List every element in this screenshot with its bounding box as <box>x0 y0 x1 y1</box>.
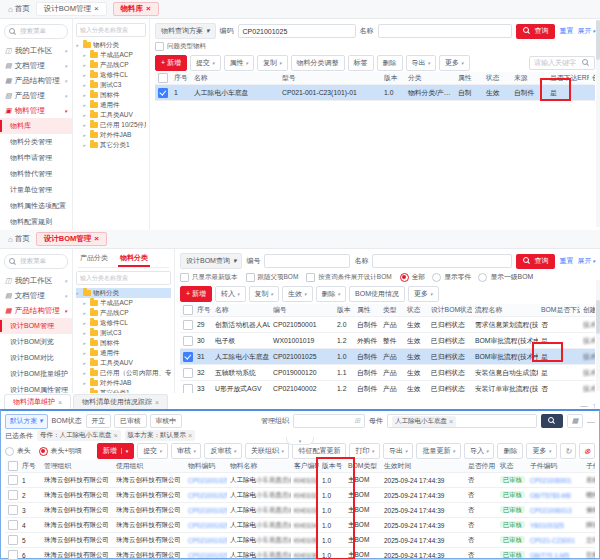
table-row[interactable]: 3珠海云创科技有限公司珠海云创科技有限公司CP021001025.03人工除电小… <box>5 503 595 518</box>
tree-tab[interactable]: 物料分类 <box>118 253 150 267</box>
select-all-checkbox[interactable] <box>183 305 193 315</box>
toolbar-button[interactable]: + 新增 <box>155 55 187 71</box>
sidebar-item[interactable]: ◫我的工作区▾ <box>0 43 72 58</box>
scrollbar[interactable] <box>596 20 600 227</box>
sidebar-search[interactable]: 搜索菜单 <box>4 24 68 39</box>
toolbar-button[interactable]: 提交▾ <box>190 55 221 71</box>
toolbar-button[interactable]: 生效▾ <box>282 286 313 302</box>
toolbar-button[interactable]: 导入▾ <box>464 443 495 459</box>
minimize-icon[interactable]: — <box>581 402 588 409</box>
expander-icon[interactable]: ▸ <box>83 350 88 356</box>
expander-icon[interactable]: ▸ <box>83 82 88 88</box>
table-quick-search[interactable]: 请输入关键字 <box>529 56 595 70</box>
search-button[interactable] <box>541 414 563 428</box>
name-input[interactable] <box>378 24 513 38</box>
status-filter-chip[interactable]: 审核中 <box>150 414 182 428</box>
table-row[interactable]: 4珠海云创科技有限公司珠海云创科技有限公司CP021001025.04人工除电小… <box>5 518 595 533</box>
toolbar-button[interactable]: 更多▾ <box>408 286 439 302</box>
expander-icon[interactable]: ▸ <box>83 340 88 346</box>
toolbar-button[interactable]: 批量更新▾ <box>416 443 461 459</box>
tree-tab[interactable]: 产品分类 <box>78 253 110 267</box>
checkbox-option[interactable]: 问题类型物料 <box>155 42 206 51</box>
advanced-filter-button[interactable]: ▦ <box>567 414 583 428</box>
cancel-button[interactable]: ⊗ <box>579 443 595 459</box>
toolbar-button[interactable]: 提交▾ <box>137 443 168 459</box>
expander-icon[interactable]: ▸ <box>83 62 88 68</box>
row-checkbox[interactable] <box>8 550 18 559</box>
tree-item[interactable]: ▸已停用 10/25停用库 <box>76 120 146 130</box>
org-input[interactable]: ⊞ <box>293 414 365 428</box>
toolbar-button[interactable]: 删除 <box>497 443 523 459</box>
link[interactable]: CP021001025.02 <box>188 492 227 499</box>
document-tab[interactable]: 物料清单使用情况跟踪× <box>73 394 168 409</box>
row-checkbox[interactable] <box>183 352 193 362</box>
sidebar-subitem[interactable]: 计量单位管理 <box>0 182 72 198</box>
search-button[interactable]: 查询 <box>516 24 555 39</box>
expander-icon[interactable]: ▸ <box>83 370 88 376</box>
toolbar-button[interactable]: BOM使用情况 <box>349 286 405 302</box>
toolbar-button[interactable]: 更多▾ <box>526 443 557 459</box>
scrollbar-thumb[interactable] <box>596 20 600 60</box>
sidebar-subitem[interactable]: 物料分类管理 <box>0 134 72 150</box>
close-icon[interactable]: × <box>155 399 159 406</box>
table-row[interactable]: 6珠海云创科技有限公司珠海云创科技有限公司CP021001025.06人工除电小… <box>5 548 595 559</box>
document-tab[interactable]: 物料清单维护× <box>4 394 71 409</box>
toolbar-button[interactable]: 关联组织▾ <box>245 443 290 459</box>
expander-icon[interactable]: ▸ <box>83 142 88 148</box>
expander-icon[interactable]: ▸ <box>83 92 88 98</box>
tree-root[interactable]: ▸ 物料分类 <box>76 40 146 50</box>
sidebar-subitem[interactable]: 物料库 <box>0 118 72 134</box>
radio-option[interactable]: 全部 <box>400 272 426 282</box>
toolbar-button[interactable]: 标签 <box>348 55 374 71</box>
expander-icon[interactable]: ▸ <box>83 330 88 336</box>
tree-item[interactable]: ▸产品线CP <box>76 308 171 318</box>
tree-item[interactable]: ▸已停用（公司内部用、专门存放C） <box>76 368 171 378</box>
sidebar-item[interactable]: ▧产品管理▾ <box>0 88 72 103</box>
table-row[interactable]: 1珠海云创科技有限公司珠海云创科技有限公司CP021001025.01人工除电小… <box>5 473 595 488</box>
tree-item[interactable]: ▸返修件CL <box>76 318 171 328</box>
table-row[interactable]: 30电子板WX010010191.2外购件整件生效已归档状态BOM审批流程(技术… <box>180 333 595 349</box>
toolbar-button[interactable]: 特征配置更新 <box>292 443 346 459</box>
sidebar-subitem[interactable]: 物料替代管理 <box>0 166 72 182</box>
table-row[interactable]: 32五轴联动系统CP0190001201.1自制件产品生效已归档状态安装信息自动… <box>180 365 595 381</box>
expand-link[interactable]: 展开 ▾ <box>577 26 595 36</box>
query-scheme-select[interactable]: 物料查询方案 ▾ <box>155 23 216 39</box>
sidebar-item[interactable]: ◫我的工作区▾ <box>0 273 72 288</box>
toolbar-button[interactable]: 新增▾ <box>97 443 135 459</box>
row-checkbox[interactable] <box>8 490 18 500</box>
radio-icon[interactable] <box>432 273 441 282</box>
row-checkbox[interactable] <box>183 320 193 330</box>
toolbar-button[interactable]: 审核▾ <box>171 443 202 459</box>
scroll-top-icon[interactable]: ↑ <box>593 402 597 409</box>
link[interactable]: CP021001025.01 <box>188 477 227 484</box>
sidebar-item[interactable]: ▦产品结构管理▾ <box>0 73 72 88</box>
sidebar-subitem[interactable]: 物料申请管理 <box>0 150 72 166</box>
expander-icon[interactable]: ▸ <box>83 122 88 128</box>
checkbox-icon[interactable] <box>155 42 164 51</box>
expander-icon[interactable]: ▸ <box>83 52 88 58</box>
expander-icon[interactable]: ▸ <box>76 290 81 296</box>
row-checkbox[interactable] <box>8 520 18 530</box>
tree-item[interactable]: ▸对外件JAB <box>76 130 146 140</box>
expander-icon[interactable]: ▸ <box>83 132 88 138</box>
toolbar-button[interactable]: 属性▾ <box>224 55 255 71</box>
toolbar-button[interactable]: 物料分类调整 <box>291 55 345 71</box>
tab-home[interactable]: ⌂ 首页 <box>8 234 30 244</box>
table-row[interactable]: 2珠海云创科技有限公司珠海云创科技有限公司CP021001025.02人工除电小… <box>5 488 595 503</box>
close-icon[interactable]: × <box>188 432 192 439</box>
toolbar-button[interactable]: 复制▾ <box>257 55 288 71</box>
reset-link[interactable]: 重置 <box>559 26 573 36</box>
toolbar-button[interactable]: 更多▾ <box>439 55 470 71</box>
tree-item[interactable]: ▸通用件 <box>76 348 171 358</box>
link[interactable]: CP021001025.06 <box>188 552 227 559</box>
radio-icon[interactable] <box>39 447 48 456</box>
sidebar-item[interactable]: ▦产品结构管理▾ <box>0 303 72 318</box>
close-icon[interactable]: × <box>449 418 453 425</box>
checkbox-option[interactable]: 只显示最新版本 <box>180 273 238 282</box>
sidebar-search[interactable]: 搜索菜单 <box>4 254 68 269</box>
sidebar-subitem[interactable]: 设计BOM管理 <box>0 318 72 334</box>
checkbox-option[interactable]: 跟随父项BOM <box>246 273 299 282</box>
radio-icon[interactable] <box>400 273 409 282</box>
parent-input[interactable]: 人工除电小车底盘 × <box>387 414 537 428</box>
tree-item[interactable]: ▸返修件CL <box>76 70 146 80</box>
